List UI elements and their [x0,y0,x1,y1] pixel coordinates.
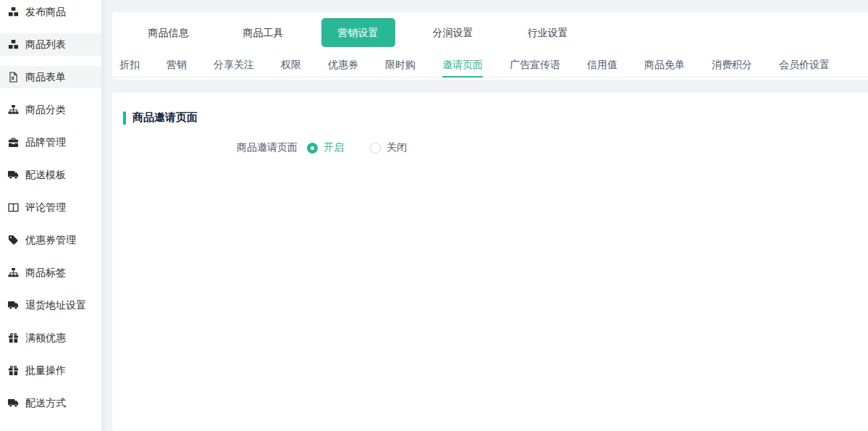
subtab-consume-points[interactable]: 消费积分 [712,53,752,78]
briefcase-icon [8,137,19,148]
gift-icon [8,332,19,343]
tab-product-info[interactable]: 商品信息 [121,25,216,40]
sidebar-item-label: 退货地址设置 [25,299,86,312]
secondary-tab-bar: 折扣 营销 分享关注 权限 优惠券 限时购 邀请页面 广告宣传语 信用值 商品免… [112,53,868,78]
cubes-icon [8,39,19,50]
subtab-product-free-order[interactable]: 商品免单 [644,53,685,78]
sidebar-item-label: 配送方式 [25,397,66,410]
sidebar-item-product-tag[interactable]: 商品标签 [0,256,101,289]
sidebar-item-return-address-settings[interactable]: 退货地址设置 [0,289,101,322]
columns-icon [8,202,19,213]
sitemap-icon [8,104,19,115]
sidebar: 发布商品 商品列表 商品表单 商品分类 品牌管理 [0,0,101,431]
sidebar-item-shipping-method[interactable]: 配送方式 [0,387,101,419]
invite-page-label: 商品邀请页面 [237,141,298,154]
sidebar-item-label: 评论管理 [25,201,66,214]
subtab-marketing[interactable]: 营销 [167,53,187,78]
sidebar-item-publish-product[interactable]: 发布商品 [0,0,101,28]
truck-icon [8,170,19,180]
radio-selected-icon[interactable] [307,143,318,154]
section-accent-bar [123,112,126,125]
radio-option-label: 关闭 [387,141,407,154]
tab-product-tools[interactable]: 商品工具 [216,25,311,40]
sidebar-item-full-amount-discount[interactable]: 满额优惠 [0,322,101,354]
invite-page-form-row: 商品邀请页面 开启 关闭 [112,141,868,154]
sidebar-item-product-form[interactable]: 商品表单 [0,61,101,93]
radio-option-on[interactable]: 开启 [307,141,344,154]
cubes-icon [8,7,19,17]
sidebar-item-coupon-management[interactable]: 优惠券管理 [0,224,101,256]
invite-page-radio-group: 开启 关闭 [307,141,407,154]
sidebar-item-label: 满额优惠 [25,332,66,345]
sidebar-item-product-category[interactable]: 商品分类 [0,93,101,126]
radio-option-label: 开启 [324,141,344,154]
subtab-ad-slogan[interactable]: 广告宣传语 [510,53,560,78]
subtab-coupon[interactable]: 优惠券 [328,53,358,78]
sidebar-item-product-list[interactable]: 商品列表 [0,28,101,61]
subtab-invite-page[interactable]: 邀请页面 [442,53,483,78]
sidebar-item-label: 批量操作 [25,364,66,377]
truck-icon [8,300,19,311]
truck-icon [8,398,19,409]
tag-icon [8,235,19,246]
tab-profit-settings[interactable]: 分润设置 [405,25,500,40]
section-title: 商品邀请页面 [132,111,198,125]
subtab-permission[interactable]: 权限 [281,53,301,78]
sidebar-menu: 发布商品 商品列表 商品表单 商品分类 品牌管理 [0,0,101,419]
radio-option-off[interactable]: 关闭 [370,141,407,154]
sidebar-item-shipping-template[interactable]: 配送模板 [0,159,101,191]
invite-page-panel: 商品邀请页面 商品邀请页面 开启 关闭 [112,93,868,431]
sitemap-icon [8,267,19,278]
file-excel-icon [8,72,19,83]
section-header: 商品邀请页面 [112,93,868,125]
sidebar-item-label: 商品标签 [25,267,66,280]
sidebar-item-comment-management[interactable]: 评论管理 [0,191,101,224]
subtab-flash-sale[interactable]: 限时购 [385,53,416,78]
tab-marketing-settings[interactable]: 营销设置 [311,18,405,47]
sidebar-item-label: 商品表单 [25,71,66,84]
tab-label: 行业设置 [528,25,568,40]
subtab-discount[interactable]: 折扣 [119,53,140,78]
sidebar-item-batch-operation[interactable]: 批量操作 [0,354,101,387]
tab-label: 营销设置 [321,18,395,47]
tab-label: 分润设置 [433,25,473,40]
sidebar-item-label: 商品分类 [25,104,66,117]
tab-industry-settings[interactable]: 行业设置 [500,25,595,40]
primary-tab-bar: 商品信息 商品工具 营销设置 分润设置 行业设置 [112,12,868,51]
subtab-share-follow[interactable]: 分享关注 [214,53,254,78]
subtab-credit-value[interactable]: 信用值 [587,53,618,78]
sidebar-item-brand-management[interactable]: 品牌管理 [0,126,101,159]
gift-icon [8,365,19,376]
subtab-member-price-settings[interactable]: 会员价设置 [779,53,830,78]
sidebar-item-label: 品牌管理 [25,136,66,149]
settings-tabs-card: 商品信息 商品工具 营销设置 分润设置 行业设置 折扣 营销 分享关注 权限 优… [112,12,868,80]
sidebar-item-label: 商品列表 [25,38,66,51]
sidebar-item-label: 配送模板 [25,169,66,182]
radio-unselected-icon[interactable] [370,143,381,154]
tab-label: 商品信息 [148,25,189,40]
tab-label: 商品工具 [243,25,284,40]
sidebar-item-label: 优惠券管理 [25,234,76,247]
sidebar-item-label: 发布商品 [25,6,66,19]
